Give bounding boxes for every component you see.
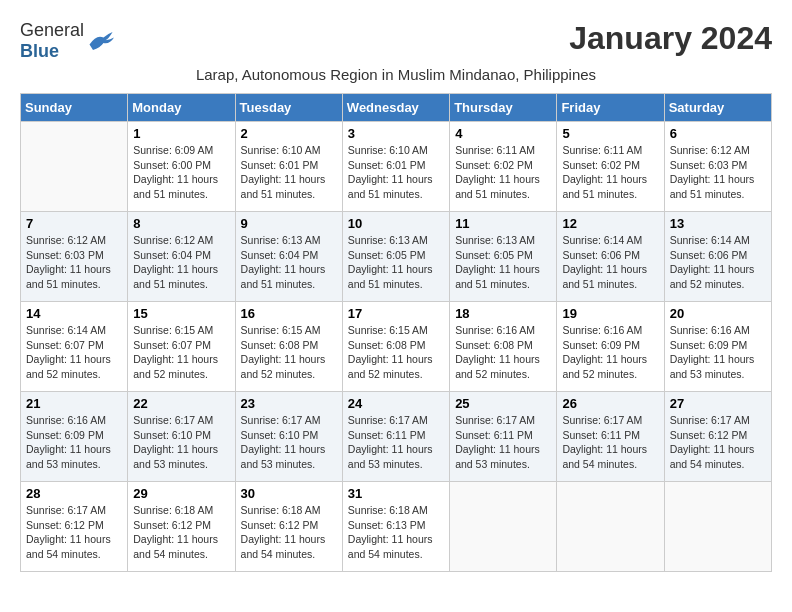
sunrise-text: Sunrise: 6:13 AM [348, 234, 428, 246]
sunrise-text: Sunrise: 6:17 AM [133, 414, 213, 426]
day-number: 3 [348, 126, 444, 141]
sunrise-text: Sunrise: 6:11 AM [455, 144, 535, 156]
day-info: Sunrise: 6:11 AMSunset: 6:02 PMDaylight:… [562, 143, 658, 202]
sunset-text: Sunset: 6:08 PM [348, 339, 426, 351]
sunset-text: Sunset: 6:09 PM [562, 339, 640, 351]
sunrise-text: Sunrise: 6:14 AM [670, 234, 750, 246]
day-number: 9 [241, 216, 337, 231]
daylight-text: Daylight: 11 hours and 51 minutes. [241, 263, 326, 290]
day-info: Sunrise: 6:10 AMSunset: 6:01 PMDaylight:… [348, 143, 444, 202]
table-row [450, 482, 557, 572]
sunset-text: Sunset: 6:11 PM [348, 429, 426, 441]
sunset-text: Sunset: 6:13 PM [348, 519, 426, 531]
table-row: 12Sunrise: 6:14 AMSunset: 6:06 PMDayligh… [557, 212, 664, 302]
sunset-text: Sunset: 6:04 PM [241, 249, 319, 261]
saturday-header: Saturday [664, 94, 771, 122]
sunrise-text: Sunrise: 6:17 AM [348, 414, 428, 426]
day-number: 23 [241, 396, 337, 411]
sunrise-text: Sunrise: 6:16 AM [26, 414, 106, 426]
day-number: 5 [562, 126, 658, 141]
month-title: January 2024 [569, 20, 772, 57]
daylight-text: Daylight: 11 hours and 54 minutes. [348, 533, 433, 560]
day-info: Sunrise: 6:17 AMSunset: 6:11 PMDaylight:… [455, 413, 551, 472]
sunrise-text: Sunrise: 6:17 AM [562, 414, 642, 426]
day-number: 25 [455, 396, 551, 411]
table-row: 31Sunrise: 6:18 AMSunset: 6:13 PMDayligh… [342, 482, 449, 572]
table-row: 7Sunrise: 6:12 AMSunset: 6:03 PMDaylight… [21, 212, 128, 302]
table-row: 13Sunrise: 6:14 AMSunset: 6:06 PMDayligh… [664, 212, 771, 302]
day-info: Sunrise: 6:13 AMSunset: 6:05 PMDaylight:… [455, 233, 551, 292]
table-row: 29Sunrise: 6:18 AMSunset: 6:12 PMDayligh… [128, 482, 235, 572]
day-number: 8 [133, 216, 229, 231]
daylight-text: Daylight: 11 hours and 53 minutes. [670, 353, 755, 380]
sunset-text: Sunset: 6:12 PM [133, 519, 211, 531]
sunrise-text: Sunrise: 6:10 AM [348, 144, 428, 156]
sunrise-text: Sunrise: 6:13 AM [241, 234, 321, 246]
table-row: 6Sunrise: 6:12 AMSunset: 6:03 PMDaylight… [664, 122, 771, 212]
sunset-text: Sunset: 6:07 PM [133, 339, 211, 351]
table-row: 9Sunrise: 6:13 AMSunset: 6:04 PMDaylight… [235, 212, 342, 302]
sunrise-text: Sunrise: 6:17 AM [26, 504, 106, 516]
daylight-text: Daylight: 11 hours and 52 minutes. [670, 263, 755, 290]
daylight-text: Daylight: 11 hours and 53 minutes. [455, 443, 540, 470]
day-number: 28 [26, 486, 122, 501]
sunset-text: Sunset: 6:01 PM [241, 159, 319, 171]
day-number: 2 [241, 126, 337, 141]
day-info: Sunrise: 6:18 AMSunset: 6:12 PMDaylight:… [133, 503, 229, 562]
table-row: 16Sunrise: 6:15 AMSunset: 6:08 PMDayligh… [235, 302, 342, 392]
sunset-text: Sunset: 6:11 PM [455, 429, 533, 441]
logo-general: General [20, 20, 84, 40]
logo-text: General Blue [20, 20, 84, 62]
daylight-text: Daylight: 11 hours and 51 minutes. [26, 263, 111, 290]
sunrise-text: Sunrise: 6:16 AM [562, 324, 642, 336]
daylight-text: Daylight: 11 hours and 52 minutes. [241, 353, 326, 380]
day-number: 12 [562, 216, 658, 231]
daylight-text: Daylight: 11 hours and 54 minutes. [241, 533, 326, 560]
day-number: 27 [670, 396, 766, 411]
day-number: 17 [348, 306, 444, 321]
table-row: 22Sunrise: 6:17 AMSunset: 6:10 PMDayligh… [128, 392, 235, 482]
sunrise-text: Sunrise: 6:12 AM [670, 144, 750, 156]
calendar-table: Sunday Monday Tuesday Wednesday Thursday… [20, 93, 772, 572]
sunrise-text: Sunrise: 6:13 AM [455, 234, 535, 246]
daylight-text: Daylight: 11 hours and 52 minutes. [562, 353, 647, 380]
daylight-text: Daylight: 11 hours and 54 minutes. [562, 443, 647, 470]
day-info: Sunrise: 6:15 AMSunset: 6:08 PMDaylight:… [348, 323, 444, 382]
day-info: Sunrise: 6:12 AMSunset: 6:03 PMDaylight:… [26, 233, 122, 292]
sunrise-text: Sunrise: 6:14 AM [26, 324, 106, 336]
daylight-text: Daylight: 11 hours and 53 minutes. [26, 443, 111, 470]
daylight-text: Daylight: 11 hours and 51 minutes. [133, 173, 218, 200]
sunrise-text: Sunrise: 6:17 AM [241, 414, 321, 426]
daylight-text: Daylight: 11 hours and 51 minutes. [562, 173, 647, 200]
daylight-text: Daylight: 11 hours and 51 minutes. [455, 173, 540, 200]
sunrise-text: Sunrise: 6:15 AM [133, 324, 213, 336]
sunset-text: Sunset: 6:04 PM [133, 249, 211, 261]
sunset-text: Sunset: 6:09 PM [670, 339, 748, 351]
day-number: 10 [348, 216, 444, 231]
table-row: 26Sunrise: 6:17 AMSunset: 6:11 PMDayligh… [557, 392, 664, 482]
sunrise-text: Sunrise: 6:18 AM [241, 504, 321, 516]
sunset-text: Sunset: 6:09 PM [26, 429, 104, 441]
day-number: 18 [455, 306, 551, 321]
calendar-week-row: 14Sunrise: 6:14 AMSunset: 6:07 PMDayligh… [21, 302, 772, 392]
table-row: 3Sunrise: 6:10 AMSunset: 6:01 PMDaylight… [342, 122, 449, 212]
sunset-text: Sunset: 6:01 PM [348, 159, 426, 171]
table-row: 20Sunrise: 6:16 AMSunset: 6:09 PMDayligh… [664, 302, 771, 392]
day-info: Sunrise: 6:14 AMSunset: 6:06 PMDaylight:… [670, 233, 766, 292]
table-row: 2Sunrise: 6:10 AMSunset: 6:01 PMDaylight… [235, 122, 342, 212]
sunset-text: Sunset: 6:11 PM [562, 429, 640, 441]
day-info: Sunrise: 6:17 AMSunset: 6:12 PMDaylight:… [670, 413, 766, 472]
day-info: Sunrise: 6:16 AMSunset: 6:08 PMDaylight:… [455, 323, 551, 382]
table-row [664, 482, 771, 572]
daylight-text: Daylight: 11 hours and 52 minutes. [26, 353, 111, 380]
day-info: Sunrise: 6:16 AMSunset: 6:09 PMDaylight:… [670, 323, 766, 382]
table-row: 11Sunrise: 6:13 AMSunset: 6:05 PMDayligh… [450, 212, 557, 302]
daylight-text: Daylight: 11 hours and 51 minutes. [241, 173, 326, 200]
day-number: 15 [133, 306, 229, 321]
sunset-text: Sunset: 6:12 PM [241, 519, 319, 531]
day-number: 24 [348, 396, 444, 411]
day-number: 22 [133, 396, 229, 411]
monday-header: Monday [128, 94, 235, 122]
sunday-header: Sunday [21, 94, 128, 122]
daylight-text: Daylight: 11 hours and 51 minutes. [348, 263, 433, 290]
